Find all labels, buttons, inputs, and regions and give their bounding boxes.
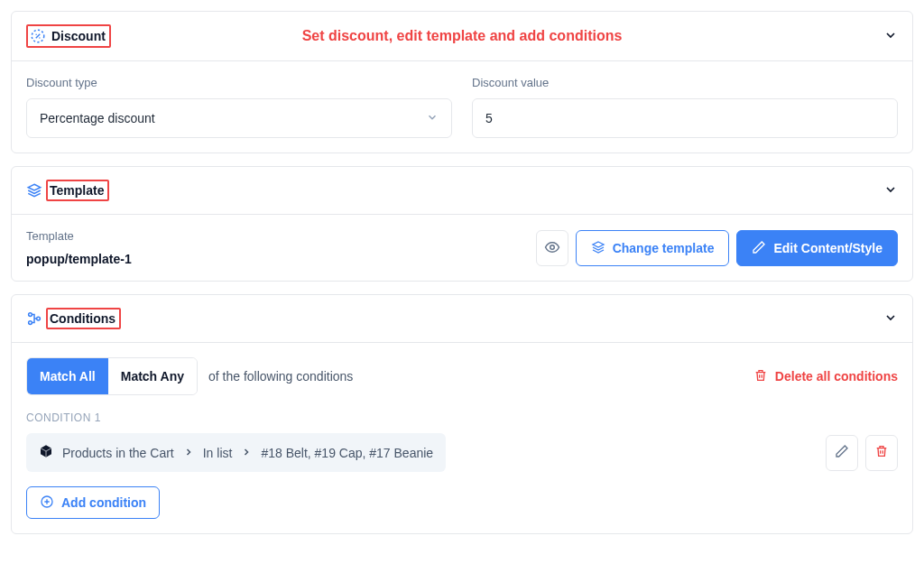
eye-icon [544, 239, 560, 258]
conditions-header[interactable]: Conditions [12, 295, 912, 342]
delete-all-label: Delete all conditions [775, 369, 898, 384]
chevron-right-icon [241, 446, 252, 460]
conditions-icon [26, 310, 42, 327]
discount-value-input[interactable]: 5 [472, 98, 898, 138]
condition-group-label: CONDITION 1 [26, 411, 898, 424]
edit-content-label: Edit Content/Style [773, 241, 882, 255]
change-template-button[interactable]: Change template [576, 230, 730, 266]
discount-value-field: Discount value 5 [472, 76, 898, 138]
trash-icon [874, 444, 889, 461]
discount-type-label: Discount type [26, 76, 452, 89]
chevron-down-icon [883, 28, 898, 45]
svg-point-1 [35, 33, 37, 35]
discount-type-select[interactable]: Percentage discount [26, 98, 452, 138]
edit-condition-button[interactable] [826, 435, 858, 471]
svg-point-2 [39, 37, 41, 39]
plus-circle-icon [40, 494, 54, 512]
change-template-label: Change template [613, 241, 715, 255]
annotation-text: Set discount, edit template and add cond… [302, 28, 623, 44]
svg-point-5 [29, 321, 32, 325]
discount-icon [30, 28, 46, 44]
condition-chip: Products in the Cart In list #18 Belt, #… [26, 433, 446, 472]
conditions-title-wrap: Conditions [46, 308, 121, 329]
svg-point-6 [37, 317, 41, 320]
trash-icon [753, 368, 768, 385]
preview-button[interactable] [536, 230, 568, 266]
template-section: Template Template popup/template-1 [11, 166, 913, 282]
svg-point-4 [29, 313, 32, 317]
template-name: popup/template-1 [26, 252, 536, 266]
match-all-button[interactable]: Match All [27, 358, 108, 394]
conditions-title: Conditions [50, 311, 116, 326]
condition-operator: In list [203, 446, 233, 460]
svg-point-3 [550, 245, 554, 249]
discount-title: Discount [51, 29, 106, 43]
condition-value: #18 Belt, #19 Cap, #17 Beanie [261, 446, 433, 460]
edit-content-button[interactable]: Edit Content/Style [736, 230, 898, 266]
discount-value-label: Discount value [472, 76, 898, 89]
add-condition-button[interactable]: Add condition [26, 486, 160, 519]
chevron-down-icon [426, 111, 439, 126]
discount-body: Discount type Percentage discount Discou… [12, 60, 912, 152]
delete-condition-button[interactable] [865, 435, 898, 471]
discount-type-field: Discount type Percentage discount [26, 76, 452, 138]
condition-subject: Products in the Cart [62, 446, 174, 460]
template-icon [26, 182, 42, 199]
discount-value-text: 5 [485, 111, 493, 125]
delete-all-conditions-button[interactable]: Delete all conditions [753, 368, 898, 385]
chevron-down-icon [883, 182, 898, 199]
pencil-icon [835, 444, 849, 461]
template-field-label: Template [26, 229, 536, 243]
template-header[interactable]: Template [12, 167, 912, 214]
match-caption: of the following conditions [208, 369, 353, 384]
box-icon [39, 444, 53, 461]
chevron-down-icon [883, 310, 898, 328]
chevron-right-icon [183, 446, 194, 460]
discount-header[interactable]: Discount Set discount, edit template and… [12, 12, 912, 60]
match-toggle: Match All Match Any [26, 357, 198, 395]
discount-section: Discount Set discount, edit template and… [11, 11, 913, 153]
discount-type-value: Percentage discount [40, 111, 155, 125]
pencil-icon [752, 240, 766, 257]
template-body: Template popup/template-1 [12, 214, 912, 281]
match-any-button[interactable]: Match Any [108, 358, 197, 394]
conditions-body: Match All Match Any of the following con… [12, 342, 912, 533]
template-title: Template [50, 183, 104, 198]
add-condition-label: Add condition [61, 495, 146, 510]
layers-icon [591, 240, 605, 257]
template-title-wrap: Template [46, 180, 109, 201]
conditions-section: Conditions Match All Match Any of the fo… [11, 294, 913, 534]
discount-title-wrap: Discount [26, 24, 111, 48]
